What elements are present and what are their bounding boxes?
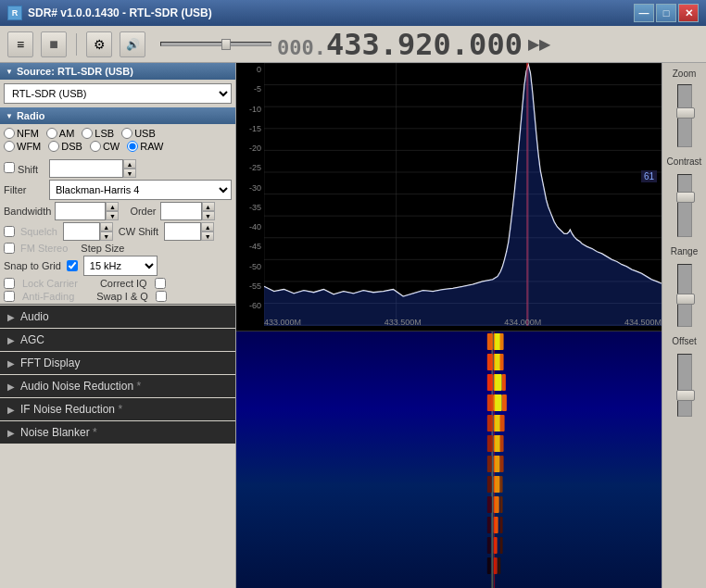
svg-rect-32 (487, 415, 493, 432)
radio-modes-section: NFM AM LSB USB WFM DSB (0, 124, 235, 157)
mode-usb[interactable]: USB (121, 128, 156, 139)
y-label-25: -25 (236, 163, 264, 172)
source-dropdown[interactable]: RTL-SDR (USB) (4, 83, 232, 104)
x-label-0: 433.000M (264, 318, 301, 327)
bandwidth-input[interactable]: 32000 (55, 202, 106, 220)
freq-prefix: 000. (277, 36, 326, 59)
settings-button[interactable]: ⚙ (86, 31, 112, 57)
restore-button[interactable]: □ (656, 4, 676, 22)
shift-spinners: ▲ ▼ (123, 159, 136, 178)
fm-stereo-checkbox[interactable] (4, 243, 15, 254)
y-label-5: -5 (236, 84, 264, 94)
cw-shift-input[interactable]: 1000 (164, 222, 201, 241)
order-input[interactable]: 1000 (160, 202, 202, 220)
freq-nav-next[interactable]: ▶▶ (528, 35, 550, 53)
toolbar: ≡ ■ ⚙ 🔊 000.433.920.000 ▶▶ (0, 26, 706, 63)
radio-section-header[interactable]: ▼ Radio (0, 107, 235, 124)
squelch-down[interactable]: ▼ (100, 231, 113, 241)
cw-shift-label: CW Shift (119, 226, 158, 237)
offset-slider-section (664, 352, 704, 419)
anti-fading-checkbox[interactable] (4, 291, 15, 302)
x-label-2: 434.000M (504, 318, 541, 327)
range-label: Range (671, 246, 698, 256)
shift-up[interactable]: ▲ (123, 159, 136, 169)
expandable-item-4[interactable]: ▶ IF Noise Reduction * (0, 398, 235, 420)
close-button[interactable]: ✕ (678, 4, 699, 22)
range-slider[interactable] (677, 264, 692, 327)
shift-label: Shift (4, 162, 45, 175)
mode-lsb[interactable]: LSB (82, 128, 114, 139)
svg-rect-28 (502, 374, 506, 391)
mode-dsb[interactable]: DSB (48, 141, 82, 152)
shift-checkbox[interactable] (4, 162, 15, 173)
y-label-50: -50 (236, 262, 264, 271)
squelch-up[interactable]: ▲ (100, 222, 113, 231)
shift-down[interactable]: ▼ (123, 169, 136, 178)
svg-rect-49 (500, 517, 503, 533)
expandable-label-2: FFT Display (20, 357, 80, 369)
svg-rect-44 (487, 496, 492, 513)
expandable-arrow-icon-2: ▶ (7, 358, 15, 369)
expandable-item-3[interactable]: ▶ Audio Noise Reduction * (0, 375, 235, 397)
offset-slider-thumb (676, 390, 695, 401)
order-down[interactable]: ▼ (202, 211, 215, 220)
y-label-10: -10 (236, 105, 264, 114)
contrast-slider[interactable] (677, 174, 692, 237)
swap-iq-checkbox[interactable] (156, 291, 167, 302)
svg-rect-31 (502, 394, 507, 411)
svg-rect-29 (487, 394, 494, 411)
cw-shift-up[interactable]: ▲ (201, 222, 214, 231)
freq-slider[interactable] (160, 42, 271, 46)
squelch-checkbox[interactable] (4, 226, 15, 237)
stop-button[interactable]: ■ (41, 31, 67, 57)
titlebar: R SDR# v1.0.0.1430 - RTL-SDR (USB) — □ ✕ (0, 0, 706, 26)
snap-to-grid-checkbox[interactable] (67, 260, 78, 271)
anti-fading-label: Anti-Fading (22, 291, 74, 302)
app-icon: R (7, 6, 22, 20)
lock-carrier-checkbox[interactable] (4, 278, 15, 289)
svg-rect-22 (500, 333, 504, 350)
source-section-header[interactable]: ▼ Source: RTL-SDR (USB) (0, 63, 235, 80)
cw-shift-down[interactable]: ▼ (201, 231, 214, 241)
expandable-arrow-icon-0: ▶ (7, 312, 15, 322)
shift-input[interactable]: 0 (49, 159, 123, 178)
minimize-button[interactable]: — (634, 4, 654, 22)
snap-to-grid-label: Snap to Grid (4, 260, 61, 271)
svg-rect-40 (500, 456, 504, 472)
mode-raw[interactable]: RAW (127, 141, 163, 152)
mode-cw[interactable]: CW (90, 141, 120, 152)
expandable-list: ▶ Audio ▶ AGC ▶ FFT Display ▶ Audio Nois… (0, 306, 235, 444)
bandwidth-up[interactable]: ▲ (106, 202, 119, 211)
mode-nfm[interactable]: NFM (4, 128, 39, 139)
svg-rect-55 (498, 557, 500, 574)
zoom-slider-section (664, 82, 704, 149)
y-labels: 0 -5 -10 -15 -20 -25 -30 -35 -40 -45 -50… (236, 63, 264, 312)
mode-am[interactable]: AM (46, 128, 75, 139)
expandable-item-2[interactable]: ▶ FFT Display (0, 352, 235, 374)
order-up[interactable]: ▲ (202, 202, 215, 211)
expandable-item-5[interactable]: ▶ Noise Blanker * (0, 421, 235, 444)
mode-wfm[interactable]: WFM (4, 141, 41, 152)
zoom-label: Zoom (673, 69, 697, 79)
waterfall-svg (236, 332, 662, 588)
svg-rect-34 (500, 415, 505, 432)
y-label-30: -30 (236, 183, 264, 193)
menu-button[interactable]: ≡ (7, 31, 33, 57)
expandable-arrow-icon-1: ▶ (7, 335, 15, 345)
zoom-slider[interactable] (677, 84, 692, 147)
expandable-item-1[interactable]: ▶ AGC (0, 329, 235, 351)
squelch-input[interactable]: 50 (63, 222, 100, 241)
audio-button[interactable]: 🔊 (120, 31, 145, 57)
expandable-item-0[interactable]: ▶ Audio (0, 306, 235, 328)
offset-slider[interactable] (677, 354, 692, 417)
snap-select[interactable]: 15 kHz 5 kHz 10 kHz 25 kHz (83, 256, 158, 276)
correct-iq-checkbox[interactable] (155, 278, 166, 289)
window-title: SDR# v1.0.0.1430 - RTL-SDR (USB) (28, 6, 212, 19)
y-label-35: -35 (236, 203, 264, 212)
expandable-arrow-icon-4: ▶ (7, 405, 15, 415)
freq-main: 433.920.000 (326, 27, 523, 62)
order-label: Order (130, 206, 156, 217)
bandwidth-down[interactable]: ▼ (106, 211, 119, 220)
filter-select[interactable]: Blackman-Harris 4 (49, 180, 232, 200)
radio-header-label: Radio (17, 110, 45, 121)
